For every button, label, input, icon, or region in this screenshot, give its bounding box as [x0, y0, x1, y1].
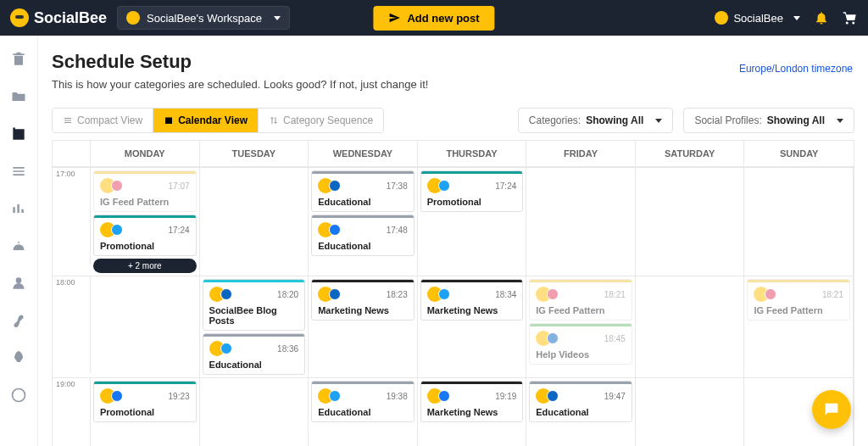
event-time: 17:24: [495, 181, 516, 191]
hour-label: 19:00: [53, 377, 91, 446]
page-header: Schedule Setup This is how your categori…: [52, 51, 854, 91]
event-title: Promotional: [100, 407, 190, 417]
profiles-filter[interactable]: Social Profiles: Showing All: [683, 108, 854, 133]
event-card[interactable]: 19:19Marketing News: [420, 381, 524, 422]
event-time: 18:20: [277, 290, 298, 299]
event-card[interactable]: 18:45Help Videos: [529, 323, 632, 365]
calendar-view-button[interactable]: Calendar View: [153, 109, 259, 132]
event-time: 17:38: [387, 181, 408, 191]
day-cell[interactable]: 19:47Educational: [526, 377, 636, 446]
more-events-badge[interactable]: + 2 more: [93, 259, 197, 273]
day-cell[interactable]: 19:38Educational: [309, 377, 418, 446]
event-card[interactable]: 17:24Promotional: [420, 170, 524, 212]
analytics-icon[interactable]: [10, 200, 27, 217]
event-icons: [427, 388, 450, 404]
user-menu[interactable]: SocialBee: [715, 11, 800, 25]
day-cell[interactable]: [744, 167, 854, 276]
linkedin-icon: [547, 390, 559, 402]
event-title: Promotional: [100, 241, 190, 251]
add-post-button[interactable]: Add new post: [373, 6, 494, 31]
event-icons: [318, 222, 341, 237]
timezone-link[interactable]: Europe/London timezone: [739, 63, 853, 75]
calendar-icon[interactable]: [10, 125, 27, 142]
link-icon[interactable]: [10, 312, 27, 329]
compact-view-button[interactable]: Compact View: [53, 109, 153, 132]
day-cell[interactable]: 18:23Marketing News: [309, 276, 418, 377]
instagram-icon: [111, 180, 123, 192]
globe-icon[interactable]: [10, 387, 27, 404]
event-title: Educational: [318, 407, 408, 417]
hour-label: 18:00: [53, 276, 91, 373]
event-time: 18:45: [604, 334, 626, 343]
linkedin-icon: [329, 180, 341, 192]
day-header: SATURDAY: [636, 141, 745, 166]
event-title: IG Feed Pattern: [754, 305, 843, 315]
topbar: SocialBee SocialBee's Workspace Add new …: [0, 0, 868, 36]
rocket-icon[interactable]: [10, 349, 27, 366]
day-cell[interactable]: 17:24Promotional: [418, 167, 527, 276]
day-cell[interactable]: [526, 167, 636, 276]
folder-icon[interactable]: [10, 88, 27, 105]
day-cell[interactable]: 19:19Marketing News: [418, 377, 527, 446]
day-cell[interactable]: 18:21IG Feed Pattern: [744, 276, 854, 377]
workspace-selector[interactable]: SocialBee's Workspace: [117, 6, 290, 30]
trash-icon[interactable]: [10, 51, 27, 68]
event-title: IG Feed Pattern: [536, 305, 626, 315]
event-icons: [536, 331, 559, 346]
event-title: IG Feed Pattern: [100, 197, 190, 207]
event-card[interactable]: 19:47Educational: [529, 381, 632, 422]
day-cell[interactable]: [636, 167, 745, 276]
facebook-icon: [111, 390, 123, 402]
event-icons: [318, 287, 341, 302]
event-title: Promotional: [427, 197, 517, 207]
day-cell[interactable]: [636, 276, 745, 377]
event-icons: [427, 287, 450, 302]
day-header: MONDAY: [91, 141, 200, 166]
day-cell[interactable]: [200, 377, 309, 446]
day-cell[interactable]: 18:21IG Feed Pattern18:45Help Videos: [526, 276, 636, 377]
instagram-icon: [547, 288, 559, 300]
day-cell[interactable]: 18:34Marketing News: [418, 276, 527, 377]
sidebar: [0, 36, 38, 446]
event-card[interactable]: 18:21IG Feed Pattern: [529, 279, 632, 321]
brand-logo[interactable]: SocialBee: [10, 8, 107, 27]
day-cell[interactable]: [636, 377, 745, 446]
event-card[interactable]: 19:23Promotional: [93, 381, 197, 422]
concierge-icon[interactable]: [10, 237, 27, 254]
day-header: SUNDAY: [744, 141, 854, 166]
event-time: 18:21: [822, 290, 843, 299]
toolbar: Compact View Calendar View Category Sequ…: [52, 108, 854, 133]
day-cell[interactable]: 17:38Educational17:48Educational: [309, 167, 418, 276]
day-cell[interactable]: [91, 276, 200, 377]
event-card[interactable]: 18:36Educational: [203, 333, 306, 375]
day-cell[interactable]: 17:07IG Feed Pattern17:24Promotional+ 2 …: [91, 167, 200, 276]
day-cell[interactable]: 19:23Promotional: [91, 377, 200, 446]
list-icon[interactable]: [10, 163, 27, 180]
chevron-down-icon: [837, 119, 843, 123]
bee-icon: [126, 11, 140, 25]
calendar: MONDAY TUESDAY WEDNESDAY THURSDAY FRIDAY…: [52, 140, 854, 446]
hour-label: 17:00: [53, 167, 91, 265]
users-icon[interactable]: [10, 275, 27, 292]
filters: Categories: Showing All Social Profiles:…: [518, 108, 854, 133]
event-title: Educational: [318, 197, 408, 207]
event-card[interactable]: 18:20SocialBee Blog Posts: [203, 279, 306, 331]
event-card[interactable]: 18:23Marketing News: [311, 279, 415, 321]
event-card[interactable]: 17:24Promotional: [93, 215, 197, 256]
notifications-icon[interactable]: [814, 10, 829, 25]
event-card[interactable]: 19:38Educational: [311, 381, 415, 422]
categories-filter[interactable]: Categories: Showing All: [518, 108, 674, 133]
category-sequence-button[interactable]: Category Sequence: [259, 109, 383, 132]
event-card[interactable]: 17:38Educational: [311, 170, 415, 212]
workspace-name: SocialBee's Workspace: [147, 12, 262, 25]
facebook-icon: [329, 224, 341, 236]
chat-fab[interactable]: [812, 390, 851, 429]
event-card[interactable]: 18:34Marketing News: [420, 279, 524, 321]
cart-icon[interactable]: [843, 10, 858, 25]
event-card[interactable]: 17:07IG Feed Pattern: [93, 170, 197, 212]
event-card[interactable]: 17:48Educational: [311, 215, 415, 256]
day-cell[interactable]: [200, 167, 309, 276]
day-cell[interactable]: 18:20SocialBee Blog Posts18:36Educationa…: [200, 276, 309, 377]
event-card[interactable]: 18:21IG Feed Pattern: [747, 279, 850, 321]
paper-plane-icon: [388, 12, 400, 24]
